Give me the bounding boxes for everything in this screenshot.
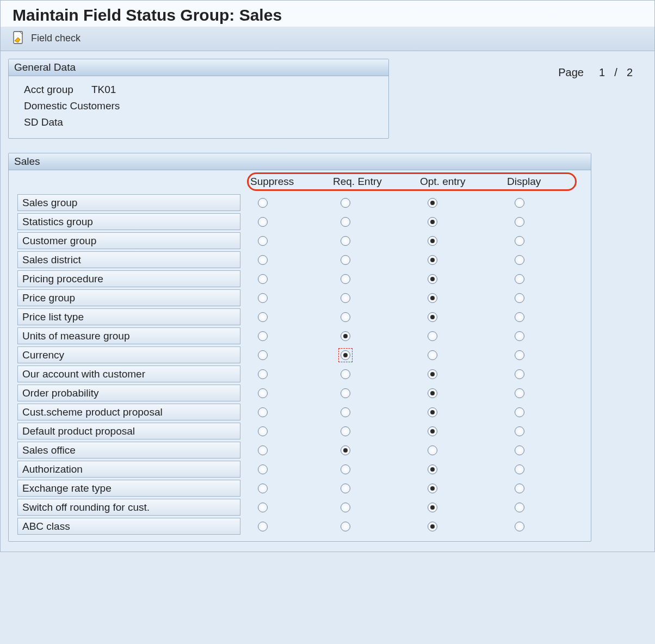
radio-cell bbox=[497, 522, 573, 531]
field-row: Exchange rate type bbox=[17, 479, 586, 498]
status-radio[interactable] bbox=[341, 236, 350, 246]
status-radio[interactable] bbox=[258, 198, 268, 208]
field-row-label: Default product proposal bbox=[17, 423, 240, 439]
radio-cell bbox=[410, 426, 497, 436]
status-radio[interactable] bbox=[428, 484, 437, 493]
status-radio[interactable] bbox=[515, 198, 524, 208]
status-radio[interactable] bbox=[515, 484, 524, 493]
status-radio[interactable] bbox=[341, 255, 350, 265]
status-radio[interactable] bbox=[258, 465, 268, 474]
status-radio[interactable] bbox=[341, 369, 350, 379]
radio-cell bbox=[497, 445, 573, 455]
status-radio[interactable] bbox=[341, 274, 350, 284]
field-row-label: Our account with customer bbox=[17, 366, 240, 382]
status-radio[interactable] bbox=[515, 350, 524, 360]
status-radio[interactable] bbox=[428, 426, 437, 436]
status-radio[interactable] bbox=[428, 236, 437, 246]
status-radio[interactable] bbox=[428, 465, 437, 474]
general-data-area: SD Data bbox=[24, 116, 63, 128]
status-radio[interactable] bbox=[258, 522, 268, 531]
status-radio[interactable] bbox=[428, 255, 437, 265]
status-radio[interactable] bbox=[428, 503, 437, 512]
status-radio[interactable] bbox=[428, 198, 437, 208]
status-radio[interactable] bbox=[341, 465, 350, 474]
status-radio[interactable] bbox=[258, 293, 268, 303]
status-radio[interactable] bbox=[258, 484, 268, 493]
radio-cell bbox=[410, 293, 497, 303]
field-check-button[interactable]: Field check bbox=[31, 33, 81, 44]
radio-cell bbox=[240, 293, 323, 303]
status-radio[interactable] bbox=[341, 388, 350, 398]
status-radio[interactable] bbox=[341, 350, 350, 360]
radio-cell bbox=[497, 217, 573, 227]
status-radio[interactable] bbox=[515, 255, 524, 265]
radio-cell bbox=[497, 426, 573, 436]
status-radio[interactable] bbox=[341, 293, 350, 303]
field-row: Statistics group bbox=[17, 212, 586, 231]
status-radio[interactable] bbox=[428, 522, 437, 531]
status-radio[interactable] bbox=[515, 426, 524, 436]
status-radio[interactable] bbox=[515, 331, 524, 341]
radio-cell bbox=[240, 274, 323, 284]
field-row: Currency bbox=[17, 345, 586, 364]
status-radio[interactable] bbox=[341, 407, 350, 417]
status-radio[interactable] bbox=[258, 369, 268, 379]
pager-total: 2 bbox=[627, 66, 634, 78]
status-radio[interactable] bbox=[515, 293, 524, 303]
field-row: Pricing procedure bbox=[17, 269, 586, 288]
status-radio[interactable] bbox=[515, 445, 524, 455]
status-radio[interactable] bbox=[428, 388, 437, 398]
status-radio[interactable] bbox=[258, 350, 268, 360]
status-radio[interactable] bbox=[258, 445, 268, 455]
radio-cell bbox=[410, 503, 497, 512]
status-radio[interactable] bbox=[428, 407, 437, 417]
status-radio[interactable] bbox=[341, 198, 350, 208]
status-radio[interactable] bbox=[258, 236, 268, 246]
status-radio[interactable] bbox=[258, 503, 268, 512]
radio-cell bbox=[497, 465, 573, 474]
status-radio[interactable] bbox=[341, 426, 350, 436]
status-radio[interactable] bbox=[341, 484, 350, 493]
status-radio[interactable] bbox=[258, 274, 268, 284]
status-radio[interactable] bbox=[341, 503, 350, 512]
field-row-label: Price group bbox=[17, 289, 240, 306]
status-radio[interactable] bbox=[515, 407, 524, 417]
radio-cell bbox=[240, 426, 323, 436]
status-radio[interactable] bbox=[515, 369, 524, 379]
status-radio[interactable] bbox=[258, 426, 268, 436]
status-radio[interactable] bbox=[258, 407, 268, 417]
status-radio[interactable] bbox=[428, 369, 437, 379]
status-radio[interactable] bbox=[428, 274, 437, 284]
status-radio[interactable] bbox=[515, 236, 524, 246]
status-radio[interactable] bbox=[258, 255, 268, 265]
status-radio[interactable] bbox=[515, 388, 524, 398]
status-radio[interactable] bbox=[515, 522, 524, 531]
field-check-icon[interactable] bbox=[13, 31, 24, 45]
status-radio[interactable] bbox=[515, 465, 524, 474]
radio-cell bbox=[240, 522, 323, 531]
status-radio[interactable] bbox=[341, 312, 350, 322]
status-radio[interactable] bbox=[515, 312, 524, 322]
status-radio[interactable] bbox=[428, 217, 437, 227]
radio-cell bbox=[240, 350, 323, 360]
status-radio[interactable] bbox=[341, 522, 350, 531]
status-radio[interactable] bbox=[258, 217, 268, 227]
status-radio[interactable] bbox=[341, 331, 350, 341]
status-radio[interactable] bbox=[515, 503, 524, 512]
status-radio[interactable] bbox=[428, 445, 437, 455]
status-radio[interactable] bbox=[258, 312, 268, 322]
status-radio[interactable] bbox=[341, 217, 350, 227]
status-radio[interactable] bbox=[428, 350, 437, 360]
radio-cell bbox=[497, 369, 573, 379]
status-radio[interactable] bbox=[258, 388, 268, 398]
col-suppress: Suppress bbox=[247, 171, 330, 193]
status-radio[interactable] bbox=[258, 331, 268, 341]
status-radio[interactable] bbox=[341, 445, 350, 455]
radio-cell bbox=[410, 255, 497, 265]
status-radio[interactable] bbox=[515, 217, 524, 227]
status-radio[interactable] bbox=[428, 293, 437, 303]
status-radio[interactable] bbox=[428, 312, 437, 322]
status-radio[interactable] bbox=[428, 331, 437, 341]
status-radio[interactable] bbox=[515, 274, 524, 284]
pager: Page 1 / 2 bbox=[558, 59, 647, 79]
